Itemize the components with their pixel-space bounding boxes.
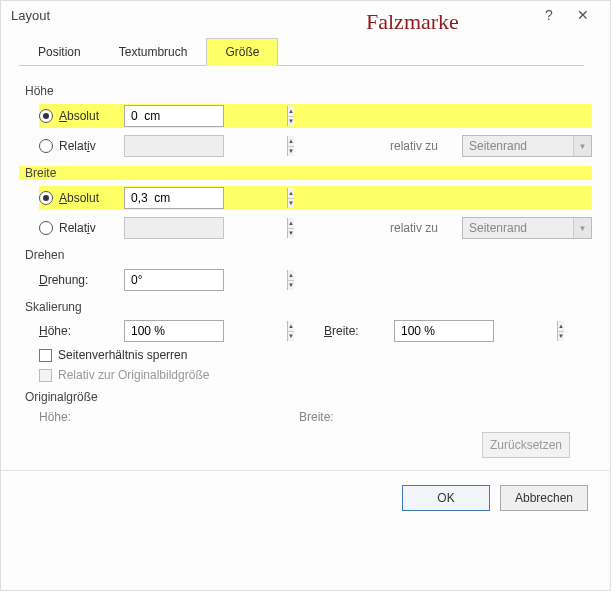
- spinner-down-icon[interactable]: ▼: [288, 229, 294, 239]
- rotation-input[interactable]: [125, 270, 287, 290]
- relative-to-label: relativ zu: [390, 139, 462, 153]
- orig-height-label: Höhe:: [39, 410, 299, 424]
- rotation-spinner[interactable]: ▲ ▼: [124, 269, 224, 291]
- chevron-down-icon: ▼: [573, 218, 591, 238]
- width-relative-input: [125, 218, 287, 238]
- checkbox-icon: [39, 349, 52, 362]
- radio-height-absolute[interactable]: Absolut: [39, 109, 124, 123]
- spinner-up-icon[interactable]: ▲: [288, 188, 294, 199]
- height-relative-input: [125, 136, 287, 156]
- spinner-down-icon[interactable]: ▼: [288, 199, 294, 209]
- relative-orig-checkbox: Relativ zur Originalbildgröße: [39, 368, 592, 382]
- annotation-text: Falzmarke: [366, 9, 459, 35]
- height-absolute-input[interactable]: [125, 106, 287, 126]
- dialog-buttons: OK Abbrechen: [1, 470, 610, 511]
- relative-orig-label: Relativ zur Originalbildgröße: [58, 368, 209, 382]
- close-icon[interactable]: ✕: [566, 7, 600, 23]
- rotation-label: Drehung:: [39, 273, 124, 287]
- label-part: v: [90, 221, 96, 235]
- label-underline: D: [39, 273, 48, 287]
- label-part: Relat: [59, 221, 87, 235]
- height-relative-spinner: ▲ ▼: [124, 135, 224, 157]
- scale-height-input[interactable]: [125, 321, 287, 341]
- checkbox-icon: [39, 369, 52, 382]
- tab-textwrap[interactable]: Textumbruch: [100, 38, 207, 66]
- reset-row: Zurücksetzen: [25, 426, 592, 458]
- spinner-up-icon[interactable]: ▲: [558, 321, 564, 332]
- spinner-up-icon[interactable]: ▲: [288, 136, 294, 147]
- label-underline: A: [59, 191, 67, 205]
- width-relative-to: relativ zu Seitenrand ▼: [390, 217, 592, 239]
- spinner-down-icon[interactable]: ▼: [288, 281, 294, 291]
- width-relative-dropdown: Seitenrand ▼: [462, 217, 592, 239]
- width-absolute-input[interactable]: [125, 188, 287, 208]
- height-relative-row: Relativ ▲ ▼ relativ zu Seitenrand ▼: [39, 134, 592, 158]
- label-underline: B: [324, 324, 332, 338]
- spinner-down-icon[interactable]: ▼: [288, 147, 294, 157]
- relative-to-label: relativ zu: [390, 221, 462, 235]
- label-underline: A: [59, 109, 67, 123]
- spinner-down-icon[interactable]: ▼: [558, 332, 564, 342]
- label-underline: H: [39, 324, 48, 338]
- spinner-up-icon[interactable]: ▲: [288, 106, 294, 117]
- width-relative-row: Relativ ▲ ▼ relativ zu Seitenrand ▼: [39, 216, 592, 240]
- label-part: v: [90, 139, 96, 153]
- help-icon[interactable]: ?: [532, 7, 566, 23]
- scale-height-spinner[interactable]: ▲ ▼: [124, 320, 224, 342]
- width-absolute-row: Absolut ▲ ▼: [39, 186, 592, 210]
- section-width: Breite: [19, 166, 592, 180]
- orig-width-label: Breite:: [299, 410, 559, 424]
- label-rest: bsolut: [67, 191, 99, 205]
- lock-aspect-label: Seitenverhältnis sperren: [58, 348, 187, 362]
- rotation-row: Drehung: ▲ ▼: [39, 268, 592, 292]
- label-rest: bsolut: [67, 109, 99, 123]
- spinner-up-icon[interactable]: ▲: [288, 218, 294, 229]
- spinner-up-icon[interactable]: ▲: [288, 321, 294, 332]
- reset-button: Zurücksetzen: [482, 432, 570, 458]
- scale-width-spinner[interactable]: ▲ ▼: [394, 320, 494, 342]
- spinner-up-icon[interactable]: ▲: [288, 270, 294, 281]
- dropdown-text: Seitenrand: [463, 221, 573, 235]
- height-relative-dropdown: Seitenrand ▼: [462, 135, 592, 157]
- tab-content: Höhe Absolut ▲ ▼ Relativ: [1, 66, 610, 458]
- radio-icon: [39, 139, 53, 153]
- scale-width-input[interactable]: [395, 321, 557, 341]
- width-absolute-spinner[interactable]: ▲ ▼: [124, 187, 224, 209]
- radio-height-relative[interactable]: Relativ: [39, 139, 124, 153]
- spinner-down-icon[interactable]: ▼: [288, 332, 294, 342]
- label-rest: rehung:: [48, 273, 89, 287]
- tab-strip: Position Textumbruch Größe: [19, 37, 584, 66]
- radio-icon: [39, 191, 53, 205]
- dropdown-text: Seitenrand: [463, 139, 573, 153]
- height-absolute-spinner[interactable]: ▲ ▼: [124, 105, 224, 127]
- scale-height-label: Höhe:: [39, 324, 124, 338]
- titlebar: Layout ? ✕: [1, 1, 610, 25]
- chevron-down-icon: ▼: [573, 136, 591, 156]
- section-height: Höhe: [25, 84, 592, 98]
- scale-row: Höhe: ▲ ▼ Breite: ▲ ▼: [39, 320, 592, 342]
- label-rest: reite:: [332, 324, 359, 338]
- radio-width-absolute[interactable]: Absolut: [39, 191, 124, 205]
- section-rotate: Drehen: [25, 248, 592, 262]
- radio-icon: [39, 109, 53, 123]
- tab-position[interactable]: Position: [19, 38, 100, 66]
- layout-dialog: Layout ? ✕ Falzmarke Position Textumbruc…: [0, 0, 611, 591]
- spinner-buttons: ▲ ▼: [287, 106, 294, 126]
- height-absolute-row: Absolut ▲ ▼: [39, 104, 592, 128]
- width-relative-spinner: ▲ ▼: [124, 217, 224, 239]
- spinner-down-icon[interactable]: ▼: [288, 117, 294, 127]
- radio-width-relative[interactable]: Relativ: [39, 221, 124, 235]
- section-scale: Skalierung: [25, 300, 592, 314]
- label-rest: öhe:: [48, 324, 71, 338]
- radio-icon: [39, 221, 53, 235]
- lock-aspect-checkbox[interactable]: Seitenverhältnis sperren: [39, 348, 592, 362]
- ok-button[interactable]: OK: [402, 485, 490, 511]
- section-origsize: Originalgröße: [25, 390, 592, 404]
- orig-size-row: Höhe: Breite:: [39, 410, 592, 424]
- height-relative-to: relativ zu Seitenrand ▼: [390, 135, 592, 157]
- dialog-title: Layout: [11, 8, 50, 23]
- scale-width-label: Breite:: [324, 324, 394, 338]
- tab-size[interactable]: Größe: [206, 38, 278, 66]
- label-part: Relat: [59, 139, 87, 153]
- cancel-button[interactable]: Abbrechen: [500, 485, 588, 511]
